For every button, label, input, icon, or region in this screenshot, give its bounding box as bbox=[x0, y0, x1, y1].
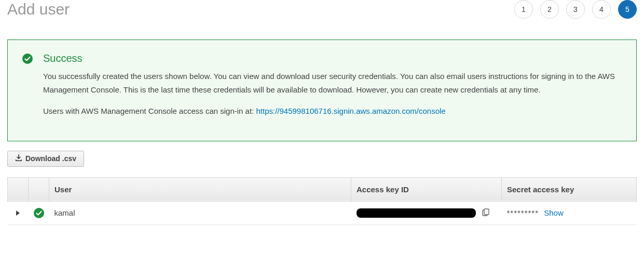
show-secret-link[interactable]: Show bbox=[544, 208, 564, 217]
secret-masked: ********* bbox=[507, 208, 539, 217]
row-status bbox=[29, 201, 49, 225]
signin-prefix: Users with AWS Management Console access… bbox=[43, 107, 256, 115]
svg-point-0 bbox=[22, 54, 33, 64]
page-title: Add user bbox=[7, 1, 70, 18]
chevron-right-icon bbox=[16, 210, 20, 216]
svg-rect-3 bbox=[484, 209, 489, 215]
column-secret-access-key: Secret access key bbox=[502, 177, 637, 201]
success-check-icon bbox=[34, 208, 44, 217]
users-table: User Access key ID Secret access key kam… bbox=[7, 177, 637, 225]
table-row: kamal ********* Show bbox=[8, 201, 637, 225]
step-5[interactable]: 5 bbox=[618, 0, 637, 19]
column-status bbox=[29, 177, 49, 201]
row-secret-access-key: ********* Show bbox=[502, 201, 637, 225]
step-3[interactable]: 3 bbox=[566, 0, 585, 19]
download-csv-button[interactable]: Download .csv bbox=[7, 151, 84, 167]
success-message: You successfully created the users shown… bbox=[43, 70, 622, 96]
wizard-steps: 1 2 3 4 5 bbox=[514, 0, 637, 19]
column-access-key-id: Access key ID bbox=[351, 177, 502, 201]
success-title: Success bbox=[43, 52, 622, 64]
signin-line: Users with AWS Management Console access… bbox=[43, 104, 622, 118]
step-4[interactable]: 4 bbox=[592, 0, 611, 19]
access-key-redacted bbox=[357, 208, 476, 218]
row-access-key-id bbox=[351, 201, 502, 225]
signin-url-link[interactable]: https://945998106716.signin.aws.amazon.c… bbox=[256, 107, 445, 115]
row-username: kamal bbox=[49, 201, 351, 225]
step-1[interactable]: 1 bbox=[514, 0, 533, 19]
success-banner: Success You successfully created the use… bbox=[7, 39, 637, 141]
svg-point-1 bbox=[34, 208, 44, 218]
column-expand bbox=[8, 177, 29, 201]
expand-row-toggle[interactable] bbox=[8, 201, 29, 225]
download-icon bbox=[15, 154, 22, 163]
success-check-icon bbox=[22, 54, 33, 126]
step-2[interactable]: 2 bbox=[540, 0, 559, 19]
copy-access-key-button[interactable] bbox=[481, 208, 490, 218]
column-user: User bbox=[49, 177, 351, 201]
download-csv-label: Download .csv bbox=[25, 154, 76, 163]
